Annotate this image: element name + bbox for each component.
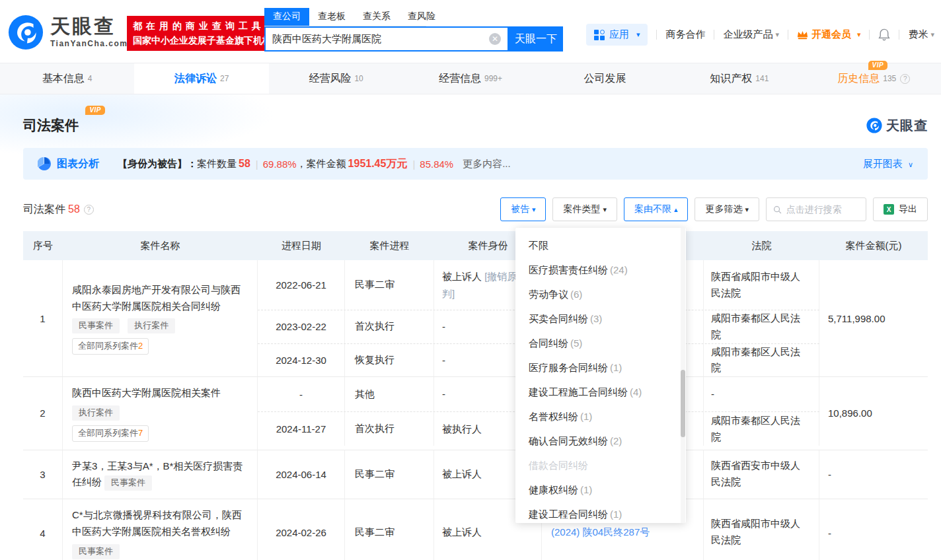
- tab-operational-risk[interactable]: 经营风险 10: [269, 63, 403, 94]
- tianyancha-logo[interactable]: 天眼查 TianYanCha.com: [8, 15, 128, 50]
- tab-history-info[interactable]: VIP 历史信息 135 ?: [807, 63, 941, 94]
- defendant-filter-button[interactable]: 被告 ▾: [500, 197, 546, 221]
- court: 咸阳市秦都区人民法院: [704, 344, 819, 377]
- tab-label: 知识产权: [710, 72, 752, 86]
- nav-open-membership[interactable]: 开通会员 ▾: [797, 28, 861, 41]
- chevron-down-icon: ▾: [532, 205, 536, 214]
- export-label: 导出: [899, 203, 917, 215]
- nav-user-menu[interactable]: 费米 ▾: [908, 28, 934, 41]
- case-tag: 执行案件: [72, 405, 120, 421]
- case-type-filter-label: 案件类型: [563, 203, 600, 215]
- case-name-link[interactable]: C*与北京微播视界科技有限公司，陕西中医药大学附属医院相关名誉权纠纷: [72, 507, 248, 540]
- case-cause-filter-button[interactable]: 案由不限 ▴: [624, 197, 689, 221]
- search-button[interactable]: 天眼一下: [509, 26, 563, 52]
- more-filters-label: 更多筛选: [705, 203, 742, 215]
- tab-business-info[interactable]: 经营信息 999+: [403, 63, 537, 94]
- case-name-link[interactable]: 咸阳永泰园房地产开发有限公司与陕西中医药大学附属医院相关合同纠纷: [72, 282, 248, 315]
- dropdown-item[interactable]: 建设工程合同纠纷(1): [515, 502, 686, 523]
- case-tags: 民事案件: [72, 543, 248, 559]
- court: 咸阳市秦都区人民法院: [704, 310, 819, 343]
- search-input[interactable]: [272, 34, 489, 45]
- case-tag: 民事案件: [72, 544, 120, 559]
- clear-search-icon[interactable]: ✕: [489, 33, 501, 45]
- tab-intellectual-property[interactable]: 知识产权 141: [672, 63, 806, 94]
- case-progress: 民事二审: [345, 260, 434, 310]
- dropdown-item-label: 医疗服务合同纠纷: [529, 362, 608, 373]
- nav-business-cooperation[interactable]: 商务合作: [665, 28, 705, 41]
- court-name: 咸阳市秦都区人民法院: [711, 310, 809, 343]
- dropdown-item[interactable]: 名誉权纠纷(1): [515, 404, 686, 429]
- case-amount: -: [819, 450, 928, 499]
- expand-chart-link[interactable]: 展开图表 ∨: [863, 158, 913, 170]
- export-button[interactable]: X 导出: [873, 197, 928, 221]
- case-amount: 5,711,998.00: [819, 260, 928, 376]
- nav-enterprise-products[interactable]: 企业级产品 ▾: [723, 28, 779, 41]
- dropdown-item[interactable]: 医疗损害责任纠纷(24): [515, 258, 686, 282]
- search-tab-relation[interactable]: 查关系: [354, 8, 399, 26]
- metric2-percent: 85.84%: [420, 158, 453, 170]
- tab-label: 基本信息: [42, 72, 85, 86]
- dropdown-item[interactable]: 劳动争议(6): [515, 282, 686, 306]
- help-icon[interactable]: ?: [900, 74, 910, 84]
- dropdown-item[interactable]: 合同纠纷(5): [515, 331, 686, 355]
- defendant-filter-label: 被告: [511, 203, 529, 215]
- dropdown-item[interactable]: 医疗服务合同纠纷(1): [515, 355, 686, 380]
- dropdown-item-unlimited[interactable]: 不限: [515, 233, 686, 258]
- tab-label-wrap: VIP 历史信息: [837, 72, 880, 86]
- search-tab-company[interactable]: 查公司: [264, 8, 309, 26]
- apps-grid-icon: [594, 30, 605, 40]
- dropdown-item-count: (4): [630, 386, 642, 398]
- search-tab-risk[interactable]: 查风险: [399, 8, 444, 26]
- more-content-link[interactable]: 更多内容...: [463, 158, 511, 170]
- row-seq: 3: [23, 450, 63, 499]
- case-name-link[interactable]: 尹某3，王某3与A*，B*相关医疗损害责任纠纷: [72, 460, 243, 488]
- chevron-down-icon: ▾: [603, 205, 607, 214]
- court-name: -: [711, 386, 714, 403]
- case-type-filter-button[interactable]: 案件类型 ▾: [552, 197, 617, 221]
- case-number-link[interactable]: (2024) 陕04民终287号: [551, 526, 650, 539]
- tab-count: 141: [755, 74, 769, 83]
- nav-apps-label: 应用: [609, 28, 629, 41]
- help-icon[interactable]: ?: [84, 205, 94, 215]
- case-name-cell: 尹某3，王某3与A*，B*相关医疗损害责任纠纷民事案件: [63, 450, 258, 499]
- case-name-cell: C*与北京微播视界科技有限公司，陕西中医药大学附属医院相关名誉权纠纷 民事案件: [63, 499, 258, 560]
- series-cases-button[interactable]: 全部同系列案件2: [72, 338, 149, 355]
- vip-badge: VIP: [868, 61, 888, 70]
- case-progress: 首次执行: [345, 310, 434, 343]
- dropdown-item[interactable]: 建设工程施工合同纠纷(4): [515, 380, 686, 404]
- tab-company-development[interactable]: 公司发展: [538, 63, 672, 94]
- chart-analysis-link[interactable]: 图表分析: [57, 157, 99, 171]
- series-cases-button[interactable]: 全部同系列案件7: [72, 425, 149, 442]
- dropdown-item[interactable]: 健康权纠纷(1): [515, 477, 686, 502]
- dropdown-item[interactable]: 买卖合同纠纷(3): [515, 306, 686, 331]
- divider: [869, 30, 870, 40]
- notification-bell-icon[interactable]: [878, 28, 890, 41]
- dropdown-scrollbar-thumb[interactable]: [681, 370, 685, 438]
- court: 陕西省咸阳市中级人民法院: [704, 260, 819, 310]
- tab-count: 135: [883, 74, 896, 83]
- col-amount: 案件金额(元): [819, 240, 928, 252]
- court-name: 陕西省西安市中级人民法院: [711, 458, 809, 491]
- case-count: 司法案件 58 ?: [23, 203, 94, 217]
- chevron-down-icon: ▾: [857, 30, 861, 39]
- case-name-cell: 陕西中医药大学附属医院相关案件 执行案件 全部同系列案件7: [63, 377, 258, 450]
- tab-label: 公司发展: [583, 72, 626, 86]
- more-filters-button[interactable]: 更多筛选 ▾: [695, 197, 759, 221]
- court-name: 陕西省咸阳市中级人民法院: [711, 269, 809, 302]
- section-title-text: 司法案件: [23, 118, 79, 133]
- case-name-link[interactable]: 陕西中医药大学附属医院相关案件: [72, 385, 248, 402]
- tab-legal-proceedings[interactable]: 法律诉讼 27: [134, 63, 268, 94]
- search-tab-boss[interactable]: 查老板: [309, 8, 354, 26]
- row-seq: 2: [23, 377, 63, 450]
- dropdown-item-count: (6): [570, 289, 582, 300]
- pie-chart-icon: [38, 157, 51, 170]
- tab-basic-info[interactable]: 基本信息 4: [0, 63, 134, 94]
- section-title: 司法案件 VIP: [23, 116, 79, 135]
- dropdown-item[interactable]: 确认合同无效纠纷(2): [515, 429, 686, 453]
- col-seq: 序号: [23, 240, 63, 252]
- table-search-input[interactable]: [786, 204, 859, 215]
- nav-apps-button[interactable]: 应用 ▾: [586, 24, 648, 46]
- dropdown-item-count: (3): [590, 313, 602, 324]
- dropdown-item-label: 劳动争议: [529, 289, 568, 300]
- main-content: 司法案件 VIP 天眼查 图表分析 【身份为被告】： 案件数量 58 | 69.…: [0, 94, 941, 560]
